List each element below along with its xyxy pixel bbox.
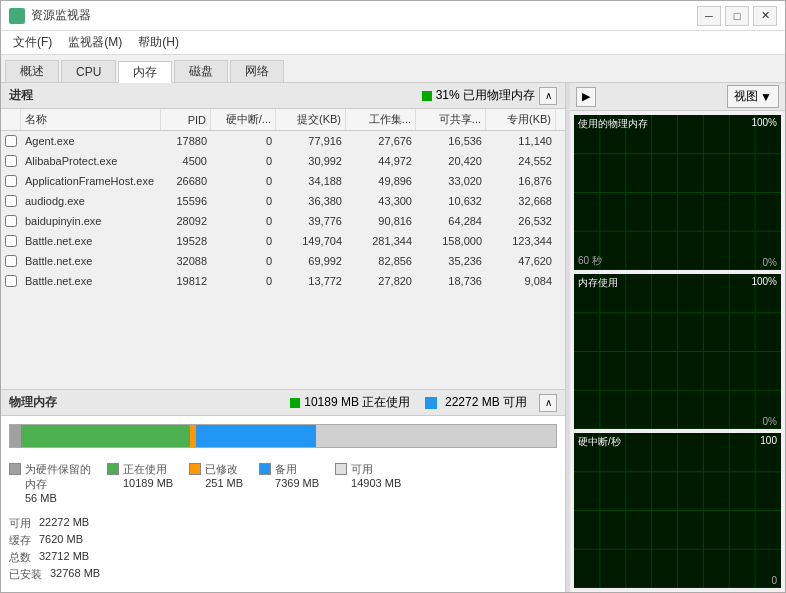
td-commit: 36,380 <box>276 191 346 210</box>
td-name: Agent.exe <box>21 131 161 150</box>
tab-disk[interactable]: 磁盘 <box>174 60 228 82</box>
graph-top-label: 内存使用 <box>578 276 618 290</box>
row-checkbox[interactable] <box>5 215 17 227</box>
table-row[interactable]: Agent.exe 17880 0 77,916 27,676 16,536 1… <box>1 131 565 151</box>
process-title: 进程 <box>9 87 33 104</box>
graph-bottom-right: 0% <box>763 257 777 268</box>
td-work: 44,972 <box>346 151 416 170</box>
td-commit: 30,992 <box>276 151 346 170</box>
td-commit: 149,704 <box>276 231 346 250</box>
menu-file[interactable]: 文件(F) <box>5 32 60 53</box>
memory-status: 10189 MB 正在使用 22272 MB 可用 ∧ <box>290 394 557 412</box>
row-checkbox[interactable] <box>5 155 17 167</box>
process-table: 名称 PID 硬中断/... 提交(KB) 工作集... 可共享... 专用(K… <box>1 109 565 389</box>
legend-text: 已修改 251 MB <box>205 462 243 489</box>
main-window: 资源监视器 ─ □ ✕ 文件(F) 监视器(M) 帮助(H) 概述 CPU 内存… <box>0 0 786 593</box>
graph-top-label: 使用的物理内存 <box>578 117 648 131</box>
legend-item: 为硬件保留的 内存 56 MB <box>9 462 91 504</box>
stat-value: 22272 MB <box>39 516 89 531</box>
legend-color <box>9 463 21 475</box>
td-work: 90,816 <box>346 211 416 230</box>
graph-bottom-right: 0 <box>771 575 777 586</box>
th-pid[interactable]: PID <box>161 109 211 130</box>
td-name: Battle.net.exe <box>21 271 161 290</box>
stat-label: 已安装 <box>9 567 42 582</box>
memory-bar <box>9 424 557 448</box>
table-row[interactable]: baidupinyin.exe 28092 0 39,776 90,816 64… <box>1 211 565 231</box>
legend-item: 正在使用 10189 MB <box>107 462 173 504</box>
view-dropdown-icon: ▼ <box>760 90 772 104</box>
legend-text: 正在使用 10189 MB <box>123 462 173 489</box>
td-hard: 0 <box>211 231 276 250</box>
row-checkbox[interactable] <box>5 135 17 147</box>
menubar: 文件(F) 监视器(M) 帮助(H) <box>1 31 785 55</box>
td-commit: 39,776 <box>276 211 346 230</box>
td-hard: 0 <box>211 151 276 170</box>
row-checkbox[interactable] <box>5 275 17 287</box>
td-commit: 69,992 <box>276 251 346 270</box>
table-row[interactable]: Battle.net.exe 19528 0 149,704 281,344 1… <box>1 231 565 251</box>
th-check <box>1 109 21 130</box>
maximize-button[interactable]: □ <box>725 6 749 26</box>
table-row[interactable]: ApplicationFrameHost.exe 26680 0 34,188 … <box>1 171 565 191</box>
memory-legend: 为硬件保留的 内存 56 MB 正在使用 10189 MB 已修改 251 MB… <box>1 456 565 510</box>
memory-bar-segment <box>316 425 556 447</box>
stat-label: 可用 <box>9 516 31 531</box>
tab-cpu[interactable]: CPU <box>61 60 116 82</box>
td-share: 33,020 <box>416 171 486 190</box>
close-button[interactable]: ✕ <box>753 6 777 26</box>
memory-section: 物理内存 10189 MB 正在使用 22272 MB 可用 ∧ <box>1 389 565 592</box>
td-private: 16,876 <box>486 171 556 190</box>
th-name[interactable]: 名称 <box>21 109 161 130</box>
td-commit: 13,772 <box>276 271 346 290</box>
row-checkbox[interactable] <box>5 195 17 207</box>
right-expand-btn[interactable]: ▶ <box>576 87 596 107</box>
legend-item: 备用 7369 MB <box>259 462 319 504</box>
tab-memory[interactable]: 内存 <box>118 61 172 83</box>
menu-monitor[interactable]: 监视器(M) <box>60 32 130 53</box>
td-pid: 28092 <box>161 211 211 230</box>
th-commit[interactable]: 提交(KB) <box>276 109 346 130</box>
td-private: 9,084 <box>486 271 556 290</box>
td-work: 27,676 <box>346 131 416 150</box>
td-pid: 15596 <box>161 191 211 210</box>
right-top-bar: ▶ 视图 ▼ <box>570 83 785 111</box>
table-row[interactable]: Battle.net.exe 19812 0 13,772 27,820 18,… <box>1 271 565 291</box>
title-controls: ─ □ ✕ <box>697 6 777 26</box>
row-checkbox[interactable] <box>5 175 17 187</box>
tab-overview[interactable]: 概述 <box>5 60 59 82</box>
th-hard[interactable]: 硬中断/... <box>211 109 276 130</box>
process-collapse-btn[interactable]: ∧ <box>539 87 557 105</box>
table-row[interactable]: AlibabaProtect.exe 4500 0 30,992 44,972 … <box>1 151 565 171</box>
minimize-button[interactable]: ─ <box>697 6 721 26</box>
tab-network[interactable]: 网络 <box>230 60 284 82</box>
table-row[interactable]: Battle.net.exe 32088 0 69,992 82,856 35,… <box>1 251 565 271</box>
td-hard: 0 <box>211 131 276 150</box>
process-status-text: 31% 已用物理内存 <box>436 87 535 104</box>
process-status: 31% 已用物理内存 ∧ <box>422 87 557 105</box>
row-checkbox[interactable] <box>5 255 17 267</box>
physical-memory-graph: 使用的物理内存100%60 秒0% <box>574 115 781 270</box>
memory-status-dot <box>290 398 300 408</box>
td-work: 27,820 <box>346 271 416 290</box>
row-checkbox[interactable] <box>5 235 17 247</box>
th-work[interactable]: 工作集... <box>346 109 416 130</box>
stat-row: 缓存7620 MB <box>9 533 100 548</box>
app-icon <box>9 8 25 24</box>
menu-help[interactable]: 帮助(H) <box>130 32 187 53</box>
td-hard: 0 <box>211 211 276 230</box>
table-row[interactable]: audiodg.exe 15596 0 36,380 43,300 10,632… <box>1 191 565 211</box>
hard-faults-graph: 硬中断/秒1000 <box>574 433 781 588</box>
memory-collapse-btn[interactable]: ∧ <box>539 394 557 412</box>
memory-bar-segment <box>21 425 190 447</box>
td-private: 123,344 <box>486 231 556 250</box>
title-left: 资源监视器 <box>9 7 91 24</box>
right-view-btn[interactable]: 视图 ▼ <box>727 85 779 108</box>
th-share[interactable]: 可共享... <box>416 109 486 130</box>
memory-bar-segment <box>10 425 21 447</box>
memory-available-dot <box>425 397 437 409</box>
td-share: 35,236 <box>416 251 486 270</box>
td-work: 49,896 <box>346 171 416 190</box>
th-private[interactable]: 专用(KB) <box>486 109 556 130</box>
graph-top-label: 硬中断/秒 <box>578 435 621 449</box>
